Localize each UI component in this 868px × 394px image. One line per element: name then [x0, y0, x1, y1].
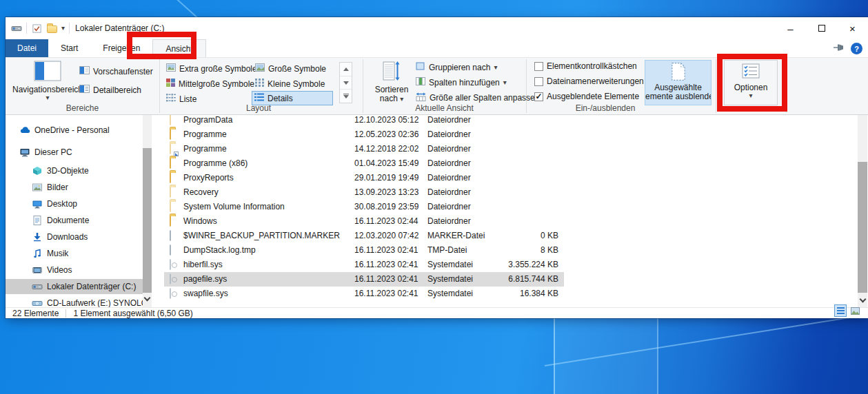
qat-properties-icon[interactable] — [31, 23, 42, 34]
pictures-icon — [32, 182, 43, 193]
extra-large-icons-icon — [166, 63, 176, 74]
preview-pane-icon — [79, 66, 90, 76]
maximize-button[interactable] — [806, 17, 837, 39]
sidebar-item-cd-laufwerk[interactable]: CD-Laufwerk (E:) SYNOLOG — [6, 296, 143, 307]
qat-new-folder-icon[interactable] — [46, 23, 57, 34]
ribbon-group-layout: Extra große Symbole Große Symbole Mittel… — [163, 58, 354, 114]
sidebar-item-3d-objekte[interactable]: 3D-Objekte — [6, 163, 143, 178]
documents-icon — [32, 215, 43, 226]
ribbon-group-aktuelle-ansicht: Sortieren nach ▾ Gruppieren nach ▾ Spalt… — [363, 58, 526, 114]
layout-extra-large-icons[interactable]: Extra große Symbole — [166, 63, 257, 74]
file-row[interactable]: Programme12.05.2023 02:36Dateiordner — [164, 127, 564, 142]
sidebar-scrollbar[interactable] — [143, 115, 152, 307]
file-list-scrollbar[interactable] — [858, 115, 867, 307]
wallpaper-beam — [555, 318, 657, 394]
file-row[interactable]: hiberfil.sys16.11.2023 02:41Systemdatei3… — [164, 258, 564, 272]
options-button[interactable]: Optionen ▾ — [724, 60, 778, 105]
preview-pane-button[interactable]: Vorschaufenster — [79, 66, 153, 76]
sidebar-scroll-down-icon[interactable] — [144, 295, 151, 302]
checkbox-checked-icon[interactable]: ✓ — [534, 92, 543, 101]
layout-item-label: Liste — [179, 94, 196, 104]
hide-selected-items-button[interactable]: Ausgewählte Elemente ausblenden — [645, 60, 711, 105]
layout-gallery-scrollbar[interactable] — [339, 62, 352, 103]
details-view-button[interactable] — [834, 304, 847, 317]
layout-medium-icons[interactable]: Mittelgroße Symbole — [166, 79, 254, 89]
titlebar: ▾ Lokaler Datenträger (C:) – × — [6, 17, 868, 39]
cd-drive-icon — [32, 298, 43, 307]
item-count: 22 Elemente — [6, 309, 65, 318]
tab-ansicht[interactable]: Ansicht — [152, 39, 205, 57]
options-label: Optionen — [734, 83, 768, 92]
hidden-items-option[interactable]: ✓ Ausgeblendete Elemente — [534, 92, 639, 101]
folder-icon — [170, 129, 171, 140]
file-row[interactable]: Windows16.11.2023 02:44Dateiordner — [164, 214, 564, 229]
tab-datei[interactable]: Datei — [6, 39, 48, 57]
gallery-more-icon[interactable] — [340, 90, 352, 103]
file-row[interactable]: Programme (x86)01.04.2023 15:49Dateiordn… — [164, 156, 564, 171]
sidebar-item-bilder[interactable]: Bilder — [6, 180, 143, 195]
layout-large-icons[interactable]: Große Symbole — [255, 63, 326, 74]
sidebar-item-desktop[interactable]: Desktop — [6, 196, 143, 211]
layout-small-icons[interactable]: Kleine Symbole — [255, 79, 325, 89]
file-list: ProgramData12.10.2023 05:12Dateiordner P… — [159, 115, 857, 307]
thumbnails-view-button[interactable] — [849, 304, 861, 317]
help-icon[interactable]: ? — [851, 43, 862, 54]
sidebar-item-downloads[interactable]: Downloads — [6, 229, 143, 245]
3d-objects-icon — [32, 165, 43, 176]
file-row[interactable]: ProxyReports29.01.2019 19:49Dateiordner — [164, 171, 564, 185]
size-all-columns-button[interactable]: Größe aller Spalten anpassen — [416, 92, 539, 103]
gallery-scroll-up-icon[interactable] — [340, 63, 352, 76]
sidebar-scrollbar-thumb[interactable] — [143, 148, 152, 293]
file-row[interactable]: Programme14.12.2018 22:02Dateiordner — [164, 142, 564, 156]
small-icons-icon — [255, 79, 264, 89]
ribbon-group-bereiche: Navigationsbereich ▾ Vorschaufenster Det… — [6, 58, 159, 114]
hide-selected-label: Elemente ausblenden — [645, 92, 711, 101]
file-row[interactable]: swapfile.sys16.11.2023 02:41Systemdatei1… — [164, 287, 564, 301]
file-list-scroll-down-icon[interactable] — [859, 296, 866, 303]
navigation-pane-button[interactable]: Navigationsbereich ▾ — [7, 61, 88, 101]
ribbon-group-ein-ausblenden: Elementkontrollkästchen Dateinamenerweit… — [526, 58, 716, 114]
checkbox-unchecked-icon[interactable] — [534, 62, 543, 71]
sidebar-item-dokumente[interactable]: Dokumente — [6, 213, 143, 228]
layout-item-label: Kleine Symbole — [268, 79, 325, 89]
layout-item-label: Extra große Symbole — [179, 64, 257, 74]
maximize-icon — [818, 25, 825, 32]
file-row[interactable]: ProgramData12.10.2023 05:12Dateiordner — [164, 115, 564, 127]
sidebar-item-dieser-pc[interactable]: Dieser PC — [6, 145, 143, 160]
file-row-selected[interactable]: pagefile.sys16.11.2023 02:41Systemdatei6… — [164, 272, 564, 287]
file-row[interactable]: $WINRE_BACKUP_PARTITION.MARKER12.03.2020… — [164, 229, 564, 243]
file-row[interactable]: DumpStack.log.tmp16.11.2023 02:41TMP-Dat… — [164, 243, 564, 258]
gallery-scroll-down-icon[interactable] — [340, 76, 352, 90]
window-controls: – × — [775, 17, 868, 39]
sidebar-item-onedrive[interactable]: OneDrive - Personal — [6, 123, 143, 138]
music-icon — [32, 248, 43, 259]
sidebar-item-lokaler-datentraeger[interactable]: Lokaler Datenträger (C:) — [6, 279, 143, 294]
sidebar-item-musik[interactable]: Musik — [6, 246, 143, 261]
checkbox-unchecked-icon[interactable] — [534, 77, 543, 86]
group-by-button[interactable]: Gruppieren nach ▾ — [416, 62, 497, 72]
close-button[interactable]: × — [837, 17, 868, 39]
size-all-columns-label: Größe aller Spalten anpassen — [430, 93, 539, 103]
local-disk-icon — [32, 281, 43, 292]
qat-customize-caret-icon[interactable]: ▾ — [61, 25, 65, 32]
layout-list[interactable]: Liste — [166, 94, 196, 104]
file-extensions-option[interactable]: Dateinamenerweiterungen — [534, 76, 644, 86]
add-columns-button[interactable]: Spalten hinzufügen ▾ — [416, 77, 507, 87]
tab-start[interactable]: Start — [48, 39, 90, 57]
file-list-scrollbar-thumb[interactable] — [858, 162, 867, 293]
sort-by-button[interactable]: Sortieren nach ▾ — [370, 61, 414, 103]
file-row[interactable]: System Volume Information30.08.2019 23:5… — [164, 200, 564, 214]
file-row[interactable]: Recovery13.09.2023 13:23Dateiordner — [164, 185, 564, 200]
tab-freigeben[interactable]: Freigeben — [90, 39, 152, 57]
group-by-icon — [416, 62, 425, 72]
sidebar-item-videos[interactable]: Videos — [6, 262, 143, 278]
item-checkboxes-option[interactable]: Elementkontrollkästchen — [534, 61, 637, 71]
minimize-button[interactable]: – — [775, 17, 806, 39]
group-label-bereiche: Bereiche — [6, 103, 159, 113]
wallpaper-beam — [545, 314, 865, 366]
details-pane-button[interactable]: Detailbereich — [79, 85, 141, 95]
main-area: OneDrive - Personal Dieser PC 3D-Objekte… — [6, 115, 868, 307]
navigation-pane: OneDrive - Personal Dieser PC 3D-Objekte… — [6, 115, 143, 307]
pin-ribbon-icon[interactable] — [834, 43, 844, 54]
ribbon-ansicht: Navigationsbereich ▾ Vorschaufenster Det… — [6, 57, 868, 115]
